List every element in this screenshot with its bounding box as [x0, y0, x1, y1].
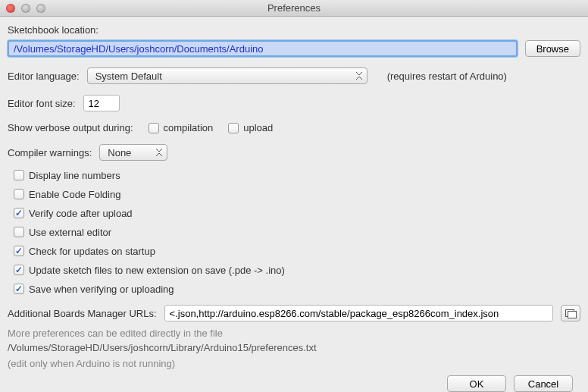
warnings-select[interactable]: None — [99, 144, 167, 161]
footnote-line1: More preferences can be edited directly … — [8, 328, 580, 339]
sketchbook-input[interactable] — [8, 40, 518, 57]
footnote-path: /Volumes/StorageHD/Users/joshcorn/Librar… — [8, 342, 580, 353]
display-line-numbers-checkbox[interactable] — [14, 170, 24, 180]
language-select-value: System Default — [95, 71, 162, 82]
verbose-label: Show verbose output during: — [8, 122, 133, 133]
enable-code-folding-label: Enable Code Folding — [29, 189, 120, 200]
save-on-verify-checkbox[interactable] — [14, 284, 24, 294]
external-editor-checkbox[interactable] — [14, 227, 24, 237]
boards-urls-expand-button[interactable] — [561, 305, 580, 321]
display-line-numbers-label: Display line numbers — [29, 170, 120, 181]
sketchbook-label: Sketchbook location: — [8, 24, 580, 36]
browse-button[interactable]: Browse — [525, 40, 580, 57]
verify-after-upload-label: Verify code after upload — [29, 208, 133, 219]
boards-label: Additional Boards Manager URLs: — [8, 308, 157, 319]
check-updates-checkbox[interactable] — [14, 246, 24, 256]
windows-icon — [565, 309, 576, 318]
boards-urls-input[interactable] — [164, 305, 553, 321]
window-title: Preferences — [0, 2, 588, 14]
minimize-icon[interactable] — [21, 4, 30, 13]
language-select[interactable]: System Default — [87, 67, 368, 84]
check-updates-label: Check for updates on startup — [29, 246, 155, 257]
update-extension-label: Update sketch files to new extension on … — [29, 265, 285, 276]
external-editor-label: Use external editor — [29, 227, 111, 238]
warnings-select-value: None — [108, 147, 131, 158]
fontsize-input[interactable] — [83, 95, 120, 111]
save-on-verify-label: Save when verifying or uploading — [29, 284, 174, 295]
verify-after-upload-checkbox[interactable] — [14, 208, 24, 218]
ok-button[interactable]: OK — [447, 375, 506, 392]
update-extension-checkbox[interactable] — [14, 265, 24, 275]
fontsize-label: Editor font size: — [8, 98, 76, 109]
titlebar: Preferences — [0, 0, 588, 17]
zoom-icon[interactable] — [36, 4, 45, 13]
enable-code-folding-checkbox[interactable] — [14, 189, 24, 199]
upload-checkbox[interactable] — [228, 123, 239, 133]
compilation-checkbox[interactable] — [149, 123, 159, 133]
warnings-label: Compiler warnings: — [8, 147, 92, 158]
traffic-lights — [0, 4, 45, 13]
language-label: Editor language: — [8, 71, 80, 82]
cancel-button[interactable]: Cancel — [514, 375, 573, 392]
upload-checkbox-label: upload — [243, 122, 273, 133]
footnote-line2: (edit only when Arduino is not running) — [8, 358, 580, 369]
language-hint: (requires restart of Arduino) — [387, 71, 507, 82]
compilation-checkbox-label: compilation — [164, 122, 214, 133]
close-icon[interactable] — [6, 4, 15, 13]
